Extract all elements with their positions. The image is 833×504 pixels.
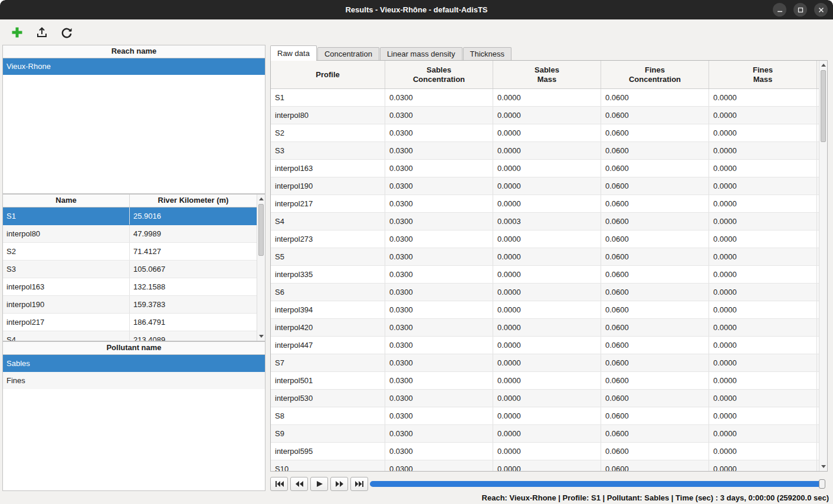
scroll-up-icon[interactable]	[257, 195, 265, 203]
cell-sables-concentration: 0.0300	[385, 284, 493, 301]
cell-profile: S9	[271, 425, 385, 442]
table-row[interactable]: S4 0.0300 0.0003 0.0600 0.0000	[271, 213, 819, 230]
table-row[interactable]: S10 0.0300 0.0000 0.0600 0.0000	[271, 460, 819, 472]
table-row[interactable]: interpol394 0.0300 0.0000 0.0600 0.0000	[271, 301, 819, 319]
table-row[interactable]: interpol273 0.0300 0.0000 0.0600 0.0000	[271, 230, 819, 248]
cell-profile: S3	[271, 142, 385, 159]
column-header-river-kilometer[interactable]: River Kilometer (m)	[130, 195, 257, 207]
table-row[interactable]: S6 0.0300 0.0000 0.0600 0.0000	[271, 284, 819, 301]
profile-row[interactable]: interpol217 186.4791	[3, 314, 257, 331]
column-header-fines-concentration[interactable]: Fines Concentration	[601, 61, 709, 88]
column-header-fines-mass[interactable]: Fines Mass	[709, 61, 817, 88]
column-header-profile[interactable]: Profile	[271, 61, 385, 88]
results-tab[interactable]: Concentration	[317, 47, 379, 60]
cell-profile: S1	[271, 89, 385, 106]
time-slider-handle[interactable]	[819, 479, 825, 489]
cell-sables-concentration: 0.0300	[385, 372, 493, 389]
seek-backward-button[interactable]	[290, 477, 308, 491]
app-window: Results - Vieux-Rhône - default-AdisTS	[0, 0, 833, 504]
profile-km-cell: 186.4791	[130, 314, 257, 331]
statusbar: Reach: Vieux-Rhone | Profile: S1 | Pollu…	[0, 491, 833, 504]
table-row[interactable]: interpol190 0.0300 0.0000 0.0600 0.0000	[271, 177, 819, 195]
reach-list: Vieux-Rhone	[3, 58, 265, 75]
maximize-button[interactable]	[793, 3, 807, 17]
table-row[interactable]: S7 0.0300 0.0000 0.0600 0.0000	[271, 354, 819, 372]
column-header-sables-mass[interactable]: Sables Mass	[493, 61, 601, 88]
cell-profile: interpol447	[271, 337, 385, 354]
results-tab[interactable]: Thickness	[463, 47, 512, 60]
profile-row[interactable]: S3 105.0667	[3, 261, 257, 278]
cell-fines-mass: 0.0000	[709, 195, 817, 212]
seek-forward-button[interactable]	[330, 477, 348, 491]
reach-panel: Reach name Vieux-Rhone	[2, 45, 265, 194]
column-header-name[interactable]: Name	[3, 195, 130, 207]
table-row[interactable]: S2 0.0300 0.0000 0.0600 0.0000	[271, 124, 819, 142]
results-scrollbar[interactable]	[819, 61, 827, 471]
table-row[interactable]: S1 0.0300 0.0000 0.0600 0.0000	[271, 89, 819, 107]
export-button[interactable]	[34, 25, 50, 40]
scroll-up-icon[interactable]	[819, 61, 827, 69]
table-row[interactable]: interpol501 0.0300 0.0000 0.0600 0.0000	[271, 372, 819, 390]
export-icon	[35, 26, 48, 39]
scrollbar-thumb[interactable]	[258, 204, 264, 256]
cell-sables-mass: 0.0000	[493, 177, 601, 195]
cell-fines-mass: 0.0000	[709, 390, 817, 407]
table-row[interactable]: S8 0.0300 0.0000 0.0600 0.0000	[271, 407, 819, 425]
profile-km-cell: 213.4089	[130, 331, 257, 341]
profiles-scrollbar[interactable]	[257, 195, 265, 341]
cell-sables-concentration: 0.0300	[385, 177, 493, 195]
cell-sables-concentration: 0.0300	[385, 266, 493, 283]
table-row[interactable]: interpol530 0.0300 0.0000 0.0600 0.0000	[271, 390, 819, 407]
cell-fines-mass: 0.0000	[709, 443, 817, 460]
scroll-down-icon[interactable]	[819, 463, 827, 470]
table-row[interactable]: interpol595 0.0300 0.0000 0.0600 0.0000	[271, 443, 819, 460]
profile-km-cell: 105.0667	[130, 261, 257, 278]
add-button[interactable]	[9, 25, 25, 40]
cell-sables-mass: 0.0000	[493, 390, 601, 407]
table-row[interactable]: interpol80 0.0300 0.0000 0.0600 0.0000	[271, 107, 819, 124]
cell-profile: interpol501	[271, 372, 385, 389]
titlebar[interactable]: Results - Vieux-Rhône - default-AdisTS	[0, 0, 833, 19]
profile-row[interactable]: interpol163 132.1588	[3, 278, 257, 296]
play-button[interactable]	[310, 477, 328, 491]
table-row[interactable]: S3 0.0300 0.0000 0.0600 0.0000	[271, 142, 819, 160]
cell-sables-concentration: 0.0300	[385, 89, 493, 106]
seek-forward-icon	[334, 480, 344, 487]
status-text: Reach: Vieux-Rhone | Profile: S1 | Pollu…	[482, 493, 829, 502]
pollutant-list-item[interactable]: Fines	[3, 372, 265, 389]
profile-row[interactable]: S2 71.4127	[3, 243, 257, 261]
scroll-down-icon[interactable]	[257, 332, 265, 340]
table-row[interactable]: S5 0.0300 0.0000 0.0600 0.0000	[271, 248, 819, 266]
close-button[interactable]	[814, 3, 828, 17]
cell-sables-concentration: 0.0300	[385, 160, 493, 177]
table-row[interactable]: interpol217 0.0300 0.0000 0.0600 0.0000	[271, 195, 819, 213]
table-row[interactable]: S9 0.0300 0.0000 0.0600 0.0000	[271, 425, 819, 443]
results-tab[interactable]: Linear mass density	[380, 47, 463, 60]
profiles-table-body: S1 25.9016 interpol80 47.9989 S2 71.4127…	[3, 207, 257, 341]
cell-sables-mass: 0.0000	[493, 160, 601, 177]
profile-row[interactable]: interpol190 159.3783	[3, 296, 257, 314]
table-row[interactable]: interpol163 0.0300 0.0000 0.0600 0.0000	[271, 160, 819, 177]
scrollbar-thumb[interactable]	[821, 70, 826, 142]
column-header-sables-concentration[interactable]: Sables Concentration	[385, 61, 493, 88]
profile-row[interactable]: S1 25.9016	[3, 207, 257, 225]
results-tab[interactable]: Raw data	[270, 45, 317, 61]
cell-fines-mass: 0.0000	[709, 319, 817, 336]
profile-row[interactable]: S4 213.4089	[3, 331, 257, 341]
pollutant-panel: Pollutant name Sables Fines	[2, 341, 265, 491]
skip-backward-button[interactable]	[270, 477, 288, 491]
header-line: Fines	[753, 65, 773, 75]
cell-profile: interpol420	[271, 319, 385, 336]
table-row[interactable]: interpol335 0.0300 0.0000 0.0600 0.0000	[271, 266, 819, 284]
table-row[interactable]: interpol420 0.0300 0.0000 0.0600 0.0000	[271, 319, 819, 337]
refresh-icon	[60, 26, 73, 39]
refresh-button[interactable]	[59, 25, 74, 40]
skip-forward-button[interactable]	[350, 477, 368, 491]
profile-row[interactable]: interpol80 47.9989	[3, 225, 257, 243]
minimize-button[interactable]	[773, 3, 786, 17]
profile-km-cell: 25.9016	[130, 207, 257, 225]
time-slider[interactable]	[370, 481, 824, 487]
table-row[interactable]: interpol447 0.0300 0.0000 0.0600 0.0000	[271, 337, 819, 354]
pollutant-list-item[interactable]: Sables	[3, 355, 265, 372]
reach-list-item[interactable]: Vieux-Rhone	[3, 58, 265, 75]
